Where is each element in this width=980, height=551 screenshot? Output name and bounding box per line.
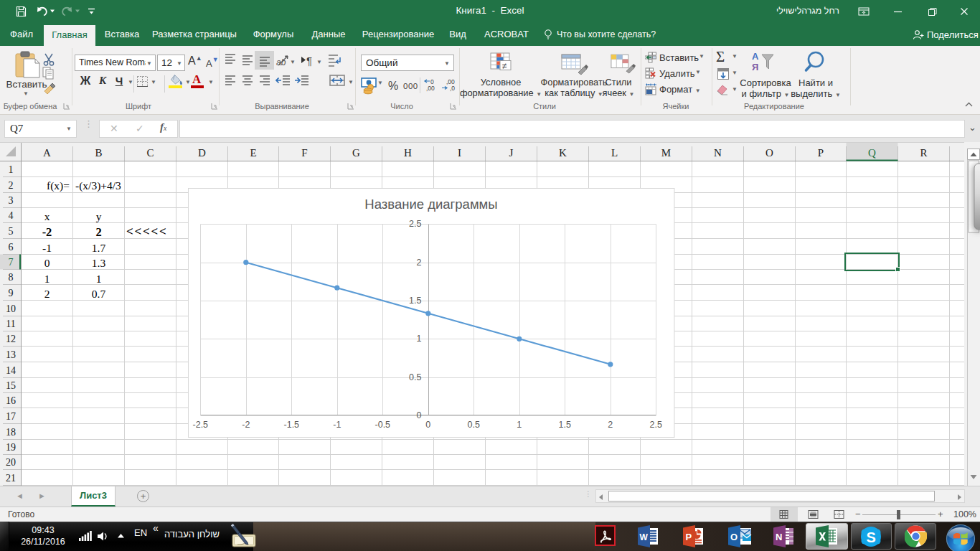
svg-text:-2: -2 <box>42 225 52 239</box>
svg-text:3: 3 <box>9 195 14 206</box>
svg-text:1.7: 1.7 <box>92 242 106 254</box>
svg-text:Я: Я <box>752 62 758 72</box>
svg-text:-1: -1 <box>333 420 341 430</box>
svg-text:21: 21 <box>6 473 16 484</box>
svg-text:W: W <box>640 532 649 542</box>
svg-text:-1: -1 <box>42 242 52 254</box>
svg-text:P: P <box>686 532 692 542</box>
svg-text:x: x <box>44 210 50 222</box>
svg-text:-(x/3)+4/3: -(x/3)+4/3 <box>75 179 121 192</box>
svg-text:B: B <box>95 147 102 159</box>
svg-text:J: J <box>509 147 514 159</box>
svg-text:%: % <box>388 80 398 92</box>
svg-text:0.5: 0.5 <box>409 372 421 382</box>
svg-text:2: 2 <box>608 420 613 430</box>
svg-text:<<<<<: <<<<< <box>126 225 167 238</box>
svg-text:O: O <box>765 147 773 159</box>
svg-text:10: 10 <box>6 303 16 314</box>
svg-text:E: E <box>250 147 256 159</box>
svg-text:1: 1 <box>9 164 14 175</box>
svg-text:2: 2 <box>44 288 50 300</box>
svg-text:L: L <box>611 147 618 159</box>
svg-text:y: y <box>96 210 102 222</box>
svg-text:17: 17 <box>6 411 16 422</box>
svg-text:-2: -2 <box>242 420 250 430</box>
svg-text:¶: ¶ <box>306 55 312 67</box>
svg-text:K: K <box>559 147 567 159</box>
svg-text:0: 0 <box>44 257 50 269</box>
svg-text:9: 9 <box>9 288 14 298</box>
svg-text:f(x)=: f(x)= <box>47 179 70 192</box>
svg-text:15: 15 <box>6 380 16 391</box>
svg-text:,0: ,0 <box>450 85 455 92</box>
svg-text:2: 2 <box>417 258 422 268</box>
svg-text:I: I <box>458 147 461 159</box>
svg-text:13: 13 <box>6 349 16 360</box>
svg-text:1: 1 <box>417 334 422 344</box>
svg-text:1.3: 1.3 <box>92 257 106 269</box>
svg-text:F: F <box>301 147 307 159</box>
svg-text:14: 14 <box>6 365 16 376</box>
svg-text:0: 0 <box>425 420 430 430</box>
svg-text:0.5: 0.5 <box>468 420 480 430</box>
svg-text:-0.5: -0.5 <box>375 420 391 430</box>
svg-text:S: S <box>867 529 876 545</box>
svg-text:M: M <box>661 147 671 159</box>
svg-text:1: 1 <box>517 420 522 430</box>
svg-text:6: 6 <box>9 242 14 253</box>
svg-text:16: 16 <box>6 395 16 406</box>
svg-text:O: O <box>730 532 738 542</box>
svg-text:G: G <box>352 147 360 159</box>
svg-text:2: 2 <box>9 180 14 191</box>
svg-text:-1.5: -1.5 <box>284 420 300 430</box>
svg-text:≠: ≠ <box>502 61 507 71</box>
svg-text:1.5: 1.5 <box>409 296 421 306</box>
svg-text:H: H <box>404 147 412 159</box>
svg-text:12: 12 <box>6 334 16 344</box>
svg-text:Q: Q <box>868 147 876 159</box>
svg-text:Название диаграммы: Название диаграммы <box>364 197 497 212</box>
svg-text:P: P <box>818 147 824 159</box>
svg-text:11: 11 <box>6 319 15 329</box>
svg-text:1.5: 1.5 <box>559 420 571 430</box>
svg-text:1: 1 <box>44 273 50 285</box>
svg-text:А: А <box>752 51 759 62</box>
svg-text:20: 20 <box>6 457 16 468</box>
svg-text:,00: ,00 <box>426 85 435 92</box>
svg-text:0.7: 0.7 <box>92 288 106 300</box>
svg-text:2.5: 2.5 <box>409 219 421 229</box>
svg-text:A: A <box>43 147 51 159</box>
svg-text:18: 18 <box>6 427 16 438</box>
svg-text:R: R <box>920 147 927 159</box>
svg-text:2.5: 2.5 <box>650 420 662 430</box>
svg-text:000: 000 <box>403 82 418 90</box>
svg-text:0: 0 <box>417 410 422 420</box>
svg-text:4: 4 <box>9 210 14 221</box>
svg-text:C: C <box>146 147 154 159</box>
svg-text:5: 5 <box>9 226 14 237</box>
svg-text:1: 1 <box>96 273 102 285</box>
svg-text:N: N <box>714 147 722 159</box>
svg-text:7: 7 <box>9 257 14 268</box>
svg-text:2: 2 <box>95 225 101 239</box>
svg-text:D: D <box>198 147 206 159</box>
svg-text:19: 19 <box>6 442 16 453</box>
svg-text:-2.5: -2.5 <box>193 420 209 430</box>
svg-text:N: N <box>776 532 782 542</box>
svg-text:8: 8 <box>9 272 14 283</box>
